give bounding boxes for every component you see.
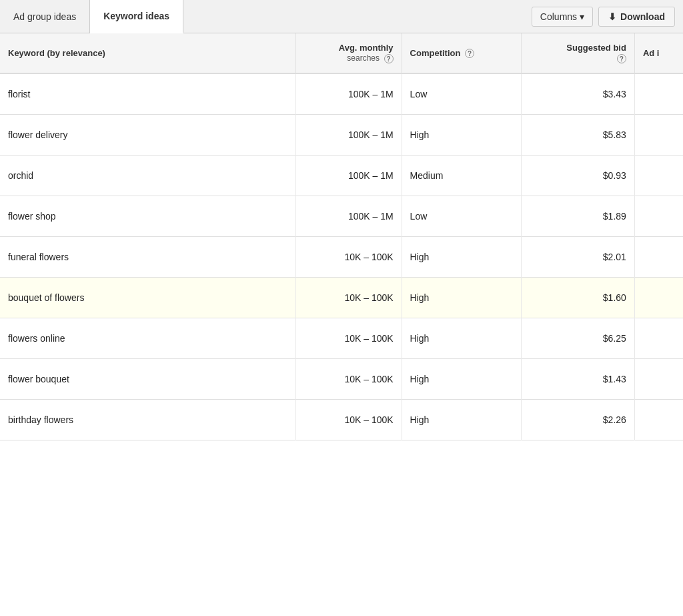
ad-impr-cell [634,155,683,196]
tab-ad-group-ideas-label: Ad group ideas [13,11,76,22]
competition-cell: Low [402,196,522,236]
avg-monthly-help-icon[interactable]: ? [384,54,394,63]
ad-impr-cell [634,277,683,318]
competition-cell: High [402,277,522,318]
suggested-bid-cell: $2.26 [522,399,635,440]
col-keyword-label: Keyword (by relevance) [8,48,105,58]
suggested-bid-cell: $1.43 [522,358,635,399]
avg-monthly-cell: 100K – 1M [296,196,402,236]
keyword-cell: funeral flowers [0,236,296,277]
table-row[interactable]: flowers online 10K – 100K High $6.25 [0,318,683,358]
competition-help-icon[interactable]: ? [465,49,474,58]
competition-cell: High [402,236,522,277]
competition-cell: High [402,318,522,358]
table-row[interactable]: bouquet of flowers 10K – 100K High $1.60 [0,277,683,318]
tab-bar: Ad group ideas Keyword ideas Columns ▾ ⬇… [0,0,683,33]
keyword-cell: flower shop [0,196,296,236]
keyword-cell: flowers online [0,318,296,358]
ad-impr-cell [634,114,683,155]
ad-impr-cell [634,318,683,358]
col-suggested-bid: Suggested bid ? [522,33,635,73]
col-ad-impr-label: Ad i [643,48,660,58]
columns-button[interactable]: Columns ▾ [532,7,593,27]
col-avg-monthly: Avg. monthly searches ? [296,33,402,73]
keyword-ideas-table: Keyword (by relevance) Avg. monthly sear… [0,33,683,440]
table-row[interactable]: florist 100K – 1M Low $3.43 [0,73,683,115]
avg-monthly-cell: 10K – 100K [296,358,402,399]
keyword-cell: florist [0,73,296,115]
table-row[interactable]: birthday flowers 10K – 100K High $2.26 [0,399,683,440]
keyword-cell: bouquet of flowers [0,277,296,318]
suggested-bid-cell: $0.93 [522,155,635,196]
keyword-cell: flower delivery [0,114,296,155]
competition-cell: Low [402,73,522,115]
table-row[interactable]: flower delivery 100K – 1M High $5.83 [0,114,683,155]
ad-impr-cell [634,196,683,236]
table-row[interactable]: funeral flowers 10K – 100K High $2.01 [0,236,683,277]
suggested-bid-cell: $1.89 [522,196,635,236]
ad-impr-cell [634,399,683,440]
download-button[interactable]: ⬇ Download [598,7,675,27]
avg-monthly-cell: 10K – 100K [296,318,402,358]
col-avg-monthly-sub: searches [347,53,380,63]
keyword-cell: flower bouquet [0,358,296,399]
competition-cell: Medium [402,155,522,196]
avg-monthly-cell: 10K – 100K [296,277,402,318]
col-competition: Competition ? [402,33,522,73]
keyword-cell: birthday flowers [0,399,296,440]
ad-impr-cell [634,236,683,277]
table-row[interactable]: flower shop 100K – 1M Low $1.89 [0,196,683,236]
suggested-bid-cell: $6.25 [522,318,635,358]
ad-impr-cell [634,358,683,399]
columns-label: Columns [540,11,577,22]
suggested-bid-help-icon[interactable]: ? [617,54,626,63]
suggested-bid-cell: $1.60 [522,277,635,318]
chevron-down-icon: ▾ [580,11,584,22]
col-keyword: Keyword (by relevance) [0,33,296,73]
table-row[interactable]: orchid 100K – 1M Medium $0.93 [0,155,683,196]
competition-cell: High [402,358,522,399]
avg-monthly-cell: 100K – 1M [296,114,402,155]
avg-monthly-cell: 100K – 1M [296,73,402,115]
avg-monthly-cell: 100K – 1M [296,155,402,196]
keyword-cell: orchid [0,155,296,196]
suggested-bid-cell: $3.43 [522,73,635,115]
tab-keyword-ideas-label: Keyword ideas [103,11,169,21]
suggested-bid-cell: $5.83 [522,114,635,155]
download-icon: ⬇ [608,11,616,22]
avg-monthly-cell: 10K – 100K [296,399,402,440]
avg-monthly-cell: 10K – 100K [296,236,402,277]
col-competition-label: Competition [410,48,461,58]
tab-keyword-ideas[interactable]: Keyword ideas [90,0,183,33]
ad-impr-cell [634,73,683,115]
tab-actions: Columns ▾ ⬇ Download [532,0,683,33]
col-suggested-bid-label: Suggested bid [566,43,626,53]
competition-cell: High [402,399,522,440]
col-ad-impr: Ad i [634,33,683,73]
suggested-bid-cell: $2.01 [522,236,635,277]
download-label: Download [620,11,665,22]
table-row[interactable]: flower bouquet 10K – 100K High $1.43 [0,358,683,399]
competition-cell: High [402,114,522,155]
tab-ad-group-ideas[interactable]: Ad group ideas [0,0,90,33]
col-avg-monthly-label: Avg. monthly [339,43,394,53]
table-header-row: Keyword (by relevance) Avg. monthly sear… [0,33,683,73]
